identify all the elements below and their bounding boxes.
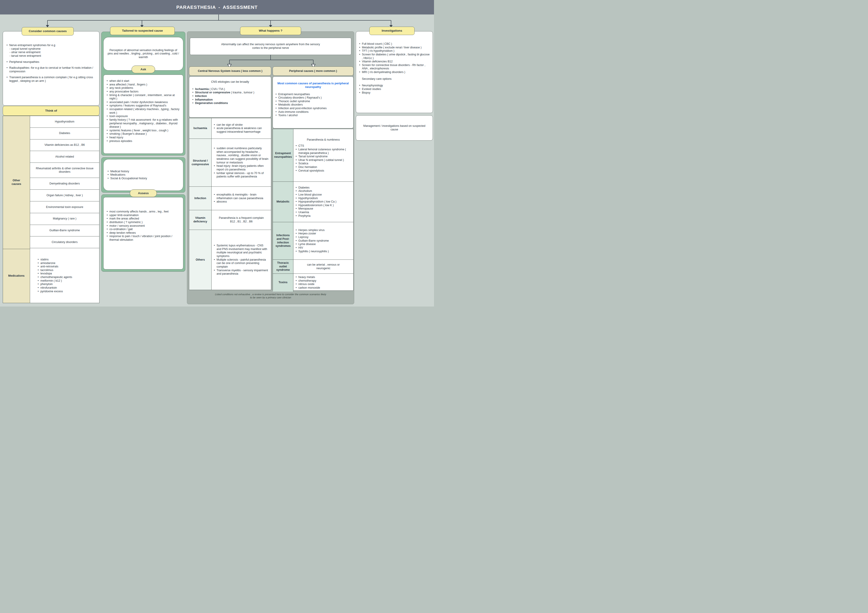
list-item: •Transient paraesthesia is a common comp… [6,76,96,83]
header-what-happens: What happens ? [240,27,301,35]
list-item: •Hypoaldosteronism ( low K ) [296,204,351,207]
list-item: •Evoked studies [359,87,430,91]
list-item: •levodopa [38,272,52,276]
row-content: Paraesthesia is a frequent complain B12 … [212,210,271,230]
list-item: •most commonly affects hands , arms , le… [107,210,180,214]
row-label: Infections and Post-infection syndromes [273,222,293,260]
list-item: •Lateral femoral cutaneous syndrome ( me… [296,148,351,155]
list-item: •Alcoholism [296,189,351,193]
list-item: •Metabolic profile ( exclude renal / liv… [359,46,430,50]
list-item: •Inflammation [192,98,268,102]
row-label: Thoracic outlet syndrome [273,260,293,274]
perception-text: Perception of abnormal sensation includi… [107,49,180,59]
list-item: •Systemic lupus erythematosus - CNS and … [214,244,269,258]
header-consider-common-causes: Consider common causes [22,27,74,36]
table-row: Rheumatoid arthritis & other connective … [30,163,99,178]
list-item: •Multiple sclerosis - painful paraesthes… [214,258,269,269]
list-item: •Metabolic disorders [276,103,350,107]
list-item: •sudden onset numbness particularly when… [214,147,269,164]
list-item: •Toxins / alcohol [276,114,350,117]
list-item: •Lyme disease [296,243,351,246]
list-item: •Structural or compressive ( trauma , tu… [192,91,268,94]
list-item: •Porphyria [296,214,351,218]
row-content: •Herpes simplex virus•Herpes-zoster•Lepr… [293,222,353,260]
list-item: •Guillain-Barre syndrome [296,239,351,243]
list-item: •TFT ( r/o hypothyroidism ) [359,49,430,53]
list-item: •any provocative factors [107,90,180,94]
management-text: Management / investigations based on sus… [361,124,427,131]
assess-list: •most commonly affects hands , arms , le… [107,210,180,242]
header-label: Investigations [382,29,402,33]
secondary-care-label: Secondary care options [359,77,430,81]
list-item: •head injury [107,136,180,139]
list-item: •Entrapment neuropathies [276,93,350,96]
row-label: Ischaemia [189,118,212,139]
list-item: •Social & Occupational history [108,177,147,180]
title-bar: PARAESTHESIA - ASSESSMENT [0,0,434,14]
list-item: •metformin ( b12 ) [38,279,62,283]
list-item: •pyridoxine excess [38,290,63,293]
table-row: Environmental toxin exposure [30,201,99,213]
list-item: •response to pain / touch / vibration / … [107,235,180,241]
table-row: Others •Systemic lupus erythematosus - C… [189,230,271,290]
row-content: •encephalitis & meningitis - brain infla… [212,187,271,210]
list-item: •Infection and post-infection syndromes [276,107,350,110]
header-label: Think of [45,109,57,113]
list-item: •previous episodes [107,139,180,143]
list-item: •carbon monoxide [296,286,351,290]
peripheral-table: Entrapment neuropathies Paraesthesia & n… [273,129,353,291]
list-item: •Ischaemia ( CVA / TIA ) [192,87,268,91]
history-list: •Medical history•Medications•Social & Oc… [108,170,147,180]
table-row: Hypothyroidism [30,116,99,128]
header-label: Tailored to suspected cause [122,29,163,33]
table-value-column: Hypothyroidism Diabetes Vitamin deficien… [30,116,99,303]
list-item: •Degenerative conditions [192,102,268,105]
list-item: •associated pain / motor dysfunction /we… [107,101,180,104]
list-item: •Neurophysiology [359,84,430,87]
cns-intro-text: CNS etiologies can be broadly [192,80,268,84]
paraesthesia-assessment-diagram: PARAESTHESIA - ASSESSMENT Consider commo… [0,0,434,306]
list-item: •any neck problems [107,86,180,90]
list-item: •phenytoin [38,283,53,286]
table-row: Vitamin deficiencies as B12 , B6 [30,139,99,151]
list-item: •Radiculopathies -for e.g due to cervica… [6,66,96,73]
table-label-column: Other causes Medications [3,116,30,303]
list-item: •occupation related ( vibratory machines… [107,108,180,115]
list-item: •Biopsy [359,91,430,95]
list-item: •area affected ( hand , fingers ) [107,83,180,87]
header-tailored-to-suspected-cause: Tailored to suspected cause [110,27,175,35]
other-causes-label: Other causes [3,116,30,249]
list-item: •abscess [214,200,269,204]
history-box: •Medical history•Medications•Social & Oc… [103,159,183,191]
list-item: •Full blood count ( CBC ) [359,42,430,46]
row-content: •sudden onset numbness particularly when… [212,139,271,186]
assess-label: Assess [138,192,149,195]
list-item: •anti-retrovirals [38,265,58,269]
row-content: •heavy metals•chemotherapy•nitrous oxide… [293,274,353,292]
investigations-list: •Full blood count ( CBC )•Metabolic prof… [359,42,430,74]
peripheral-overview-box: Most common causes of paraesthesia is pe… [273,76,353,128]
peripheral-highlight-text: Most common causes of paraesthesia is pe… [277,82,349,89]
cns-etiologies-box: CNS etiologies can be broadly •Ischaemia… [189,76,271,118]
list-item: •head injury -brain injury patients ofte… [214,164,269,171]
header-label: What happens ? [259,29,282,33]
table-row: Circulatory disorders [30,237,99,248]
list-item: •motor / sensory assessment [107,224,180,228]
list-item: •Ulnar N entrapment ( cubital tunnel ) [296,158,351,162]
row-content: •Systemic lupus erythematosus - CNS and … [212,230,271,290]
list-item: •Hypoparathyroidism ( low Ca ) [296,200,351,204]
row-label: Infection [189,187,212,210]
list-item: •Thoracic outlet syndrome [276,100,350,103]
list-item: •acute paraesthesia & weakness can sugge… [214,127,269,133]
list-item: •Disc herniation [296,166,351,169]
abnormality-text: Abnormality can affect the sensory nervo… [221,43,320,50]
list-item: •encephalitis & meningitis - brain infla… [214,193,269,200]
list-item: •MRI ( r/o demyelinating disorders ) [359,71,430,74]
list-item: •Syphilis ( neurosyphilis ) [296,250,351,253]
list-item: •Medications [108,173,147,177]
secondary-care-list: •Neurophysiology•Evoked studies•Biopsy [359,84,430,94]
table-row: Structural / compressive •sudden onset n… [189,139,271,186]
row-label: Structural / compressive [189,139,212,186]
row-label: Toxins [273,274,293,292]
row-label: Others [189,230,212,290]
